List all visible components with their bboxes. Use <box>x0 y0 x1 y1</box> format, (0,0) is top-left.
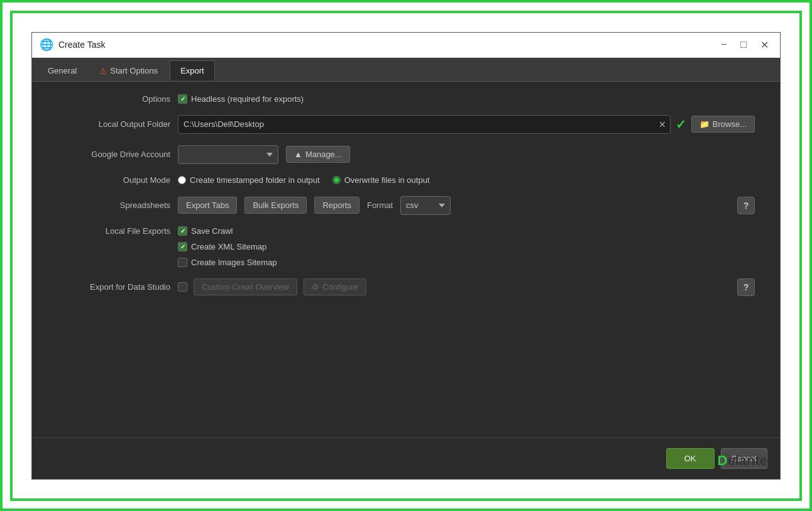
google-drive-row: Google Drive Account ▲ Manage... <box>57 145 755 164</box>
path-input-wrapper: ✕ <box>178 115 671 134</box>
data-studio-checkbox[interactable] <box>178 282 187 292</box>
headless-checkbox-label[interactable]: ✓ Headless (required for exports) <box>178 94 304 104</box>
content-area: Options ✓ Headless (required for exports… <box>32 82 780 437</box>
create-xml-label[interactable]: ✓ Create XML Sitemap <box>178 242 277 251</box>
configure-label: Configure <box>322 282 358 292</box>
google-drive-label: Google Drive Account <box>57 150 170 159</box>
create-images-label[interactable]: Create Images Sitemap <box>178 258 277 267</box>
close-button[interactable]: ✕ <box>757 38 772 52</box>
folder-icon: 📁 <box>700 119 710 129</box>
save-crawl-checkbox[interactable]: ✓ <box>178 226 187 236</box>
app-icon: 🌐 <box>40 38 53 52</box>
window-title: Create Task <box>58 40 105 50</box>
configure-button[interactable]: ⚙ Configure <box>304 278 366 295</box>
gear-icon: ⚙ <box>312 282 319 292</box>
tab-export-label: Export <box>180 66 204 75</box>
path-input[interactable] <box>178 117 655 131</box>
branding: Delante <box>718 453 767 469</box>
headless-label-text: Headless (required for exports) <box>191 94 304 104</box>
create-images-checkbox[interactable] <box>178 258 187 267</box>
browse-button[interactable]: 📁 Browse... <box>691 116 755 133</box>
title-bar: 🌐 Create Task − □ ✕ <box>32 33 780 58</box>
tab-start-options[interactable]: ⚠ Start Options <box>89 60 168 81</box>
manage-label: Manage... <box>305 150 342 159</box>
tab-general-label: General <box>48 66 77 75</box>
export-data-studio-label: Export for Data Studio <box>57 282 170 292</box>
path-valid-icon: ✓ <box>676 117 686 132</box>
local-file-exports-row: Local File Exports ✓ Save Crawl ✓ Create… <box>57 226 755 267</box>
format-label: Format <box>367 201 393 210</box>
output-mode-row: Output Mode Create timestamped folder in… <box>57 175 755 185</box>
save-crawl-text: Save Crawl <box>191 226 233 236</box>
export-tabs-button[interactable]: Export Tabs <box>178 197 237 214</box>
custom-crawl-overview-button[interactable]: Custom Crawl Overview <box>194 278 297 295</box>
tab-general[interactable]: General <box>37 60 87 80</box>
create-xml-text: Create XML Sitemap <box>191 242 266 251</box>
output-mode-radio-group: Create timestamped folder in output Over… <box>178 175 430 185</box>
local-output-label: Local Output Folder <box>57 119 170 129</box>
spreadsheets-help-button[interactable]: ? <box>737 197 755 214</box>
spreadsheets-row: Spreadsheets Export Tabs Bulk Exports Re… <box>57 196 755 215</box>
google-drive-dropdown[interactable] <box>178 145 278 164</box>
path-clear-button[interactable]: ✕ <box>655 119 670 129</box>
tab-bar: General ⚠ Start Options Export <box>32 58 780 82</box>
headless-checkbox[interactable]: ✓ <box>178 94 187 104</box>
create-images-text: Create Images Sitemap <box>191 258 277 267</box>
output-mode-option2-text: Overwrite files in output <box>344 175 430 185</box>
bulk-exports-button[interactable]: Bulk Exports <box>244 197 307 214</box>
output-mode-option2-radio[interactable] <box>332 176 341 184</box>
options-label: Options <box>57 94 170 104</box>
manage-button[interactable]: ▲ Manage... <box>286 146 350 163</box>
output-mode-option1-label[interactable]: Create timestamped folder in output <box>178 175 320 185</box>
options-row: Options ✓ Headless (required for exports… <box>57 94 755 104</box>
ok-button[interactable]: OK <box>666 448 715 469</box>
format-select[interactable]: csv <box>400 196 451 215</box>
warning-icon: ⚠ <box>99 66 107 76</box>
tab-export[interactable]: Export <box>170 60 215 80</box>
local-file-label: Local File Exports <box>57 226 170 236</box>
data-studio-help-button[interactable]: ? <box>737 278 755 296</box>
maximize-button[interactable]: □ <box>737 38 750 52</box>
output-mode-option2-label[interactable]: Overwrite files in output <box>332 175 430 185</box>
minimize-button[interactable]: − <box>717 38 730 52</box>
branding-d: D <box>718 453 728 468</box>
browse-label: Browse... <box>713 119 747 129</box>
data-studio-controls: Custom Crawl Overview ⚙ Configure <box>178 278 366 295</box>
create-xml-checkbox[interactable]: ✓ <box>178 242 187 251</box>
path-input-group: ✕ ✓ 📁 Browse... <box>178 115 755 134</box>
output-mode-option1-radio[interactable] <box>178 176 186 184</box>
output-mode-label: Output Mode <box>57 175 170 185</box>
tab-start-options-label: Start Options <box>110 66 158 75</box>
local-output-row: Local Output Folder ✕ ✓ 📁 Browse... <box>57 115 755 134</box>
branding-rest: elante <box>727 453 767 468</box>
reports-button[interactable]: Reports <box>314 197 359 214</box>
save-crawl-label[interactable]: ✓ Save Crawl <box>178 226 277 236</box>
file-exports-column: ✓ Save Crawl ✓ Create XML Sitemap <box>178 226 277 267</box>
drive-icon: ▲ <box>294 150 302 159</box>
export-data-studio-row: Export for Data Studio Custom Crawl Over… <box>57 278 755 296</box>
bottom-bar: OK Cancel <box>32 437 780 479</box>
output-mode-option1-text: Create timestamped folder in output <box>190 175 320 185</box>
spreadsheets-label: Spreadsheets <box>57 201 170 210</box>
